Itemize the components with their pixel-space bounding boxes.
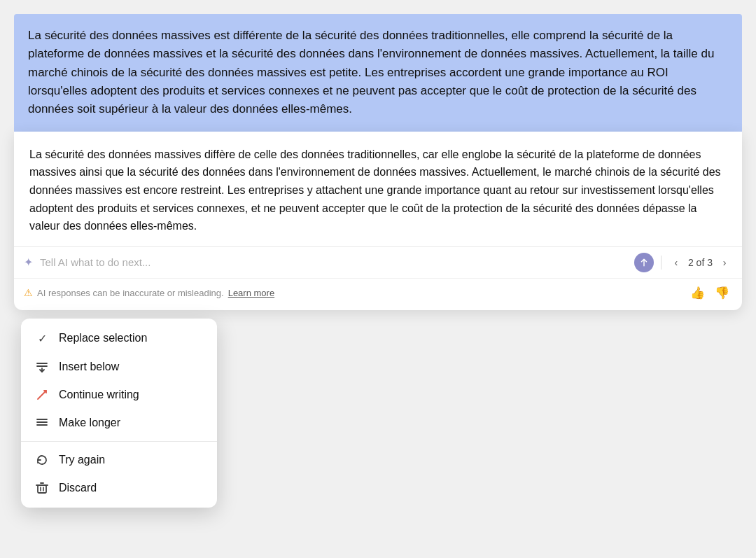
next-result-button[interactable]: › xyxy=(717,255,732,270)
thumbs-up-button[interactable]: 👍 xyxy=(687,284,708,302)
action-dropdown-menu: ✓ Replace selection Insert below xyxy=(21,319,217,508)
selected-text-block: La sécurité des données massives est dif… xyxy=(14,14,742,132)
result-count: 2 of 3 xyxy=(688,257,713,268)
navigation-row: ‹ 2 of 3 › xyxy=(668,255,732,270)
make-longer-icon xyxy=(35,417,49,429)
menu-item-try-again[interactable]: Try again xyxy=(21,446,217,474)
checkmark-icon: ✓ xyxy=(35,332,49,345)
menu-item-replace-selection[interactable]: ✓ Replace selection xyxy=(21,324,217,353)
ai-response-card: La sécurité des données massives diffère… xyxy=(14,132,742,310)
discard-label: Discard xyxy=(59,482,97,494)
send-arrow-icon xyxy=(639,258,649,267)
make-longer-label: Make longer xyxy=(59,417,120,429)
insert-below-icon xyxy=(35,361,49,373)
disclaimer-left: ⚠ AI responses can be inaccurate or misl… xyxy=(24,287,274,298)
ai-response-text: La sécurité des données massives diffère… xyxy=(14,132,742,246)
replace-selection-label: Replace selection xyxy=(59,332,147,344)
disclaimer-text: AI responses can be inaccurate or mislea… xyxy=(37,288,224,298)
svg-line-3 xyxy=(38,391,46,399)
warning-icon: ⚠ xyxy=(24,287,33,298)
feedback-row: 👍 👎 xyxy=(687,284,732,302)
pen-icon xyxy=(35,389,49,401)
menu-separator xyxy=(21,441,217,442)
ai-input-row: ✦ Tell AI what to do next... ‹ 2 of 3 › xyxy=(14,246,742,278)
menu-item-continue-writing[interactable]: Continue writing xyxy=(21,381,217,409)
learn-more-link[interactable]: Learn more xyxy=(228,288,274,298)
selected-text-content: La sécurité des données massives est dif… xyxy=(28,29,714,116)
main-container: La sécurité des données massives est dif… xyxy=(14,14,742,508)
ai-input-placeholder[interactable]: Tell AI what to do next... xyxy=(40,256,627,268)
send-button[interactable] xyxy=(634,253,654,272)
sparkle-icon: ✦ xyxy=(24,256,33,269)
disclaimer-row: ⚠ AI responses can be inaccurate or misl… xyxy=(14,278,742,310)
svg-rect-7 xyxy=(38,485,46,493)
menu-item-insert-below[interactable]: Insert below xyxy=(21,353,217,381)
prev-result-button[interactable]: ‹ xyxy=(668,255,684,270)
try-again-label: Try again xyxy=(59,454,105,466)
continue-writing-label: Continue writing xyxy=(59,389,139,401)
insert-below-label: Insert below xyxy=(59,361,119,373)
menu-item-make-longer[interactable]: Make longer xyxy=(21,409,217,437)
trash-icon xyxy=(35,482,49,494)
vertical-divider xyxy=(661,256,662,270)
thumbs-down-button[interactable]: 👎 xyxy=(712,284,732,302)
menu-item-discard[interactable]: Discard xyxy=(21,474,217,502)
retry-icon xyxy=(35,454,49,466)
